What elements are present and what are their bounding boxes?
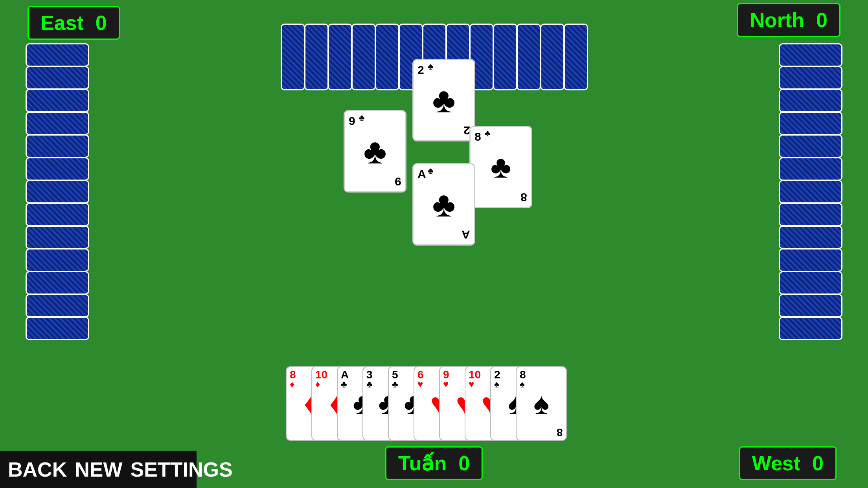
east-card-9 [779, 248, 842, 272]
toolbar: BACK NEW SETTINGS [0, 451, 197, 488]
new-button[interactable]: NEW [75, 458, 122, 481]
back-button[interactable]: BACK [8, 458, 67, 481]
settings-button[interactable]: SETTINGS [131, 458, 233, 481]
center-play-area: 9 ♣ ♣ 9 2 ♣ ♣ 2 8 ♣ ♣ 8 A ♣ ♣ A [336, 79, 532, 275]
east-value: 0 [96, 11, 107, 35]
west-card-8 [26, 226, 89, 249]
west-card-11 [26, 294, 89, 317]
west-card-6 [26, 180, 89, 204]
east-card-8 [779, 226, 842, 249]
played-card-8clubs[interactable]: 8 ♣ ♣ 8 [469, 126, 532, 208]
west-card-1 [26, 66, 89, 90]
west-card-0 [26, 43, 89, 67]
east-score-box: East 0 [28, 6, 120, 40]
east-card-1 [779, 66, 842, 90]
north-card-0 [281, 24, 305, 90]
south-score-box: Tuấn 0 [385, 446, 483, 480]
west-card-9 [26, 248, 89, 272]
south-value: 0 [458, 451, 470, 475]
east-card-12 [779, 317, 842, 340]
east-label: East [40, 11, 84, 35]
west-card-2 [26, 89, 89, 112]
east-card-10 [779, 271, 842, 295]
played-card-2clubs[interactable]: 2 ♣ ♣ 2 [412, 59, 475, 141]
north-score-box: North 0 [737, 3, 840, 37]
west-card-7 [26, 203, 89, 226]
east-hand [779, 43, 842, 339]
north-label: North [750, 8, 804, 32]
east-card-11 [779, 294, 842, 317]
north-card-11 [540, 24, 565, 90]
south-label: Tuấn [398, 451, 447, 475]
east-card-2 [779, 89, 842, 112]
west-value: 0 [812, 451, 824, 475]
east-card-4 [779, 134, 842, 158]
west-card-12 [26, 317, 89, 340]
east-card-5 [779, 157, 842, 181]
west-card-4 [26, 134, 89, 158]
west-card-10 [26, 271, 89, 295]
south-hand: 8 ♦ ♦ 8 10 ♦ ♦ 10 A ♣ ♣ A 3 ♣ ♣ 3 5 ♣ ♣ … [286, 366, 541, 441]
south-card-9[interactable]: 8 ♠ ♠ 8 [516, 366, 567, 441]
played-card-9clubs[interactable]: 9 ♣ ♣ 9 [344, 110, 406, 193]
east-card-7 [779, 203, 842, 226]
west-score-box: West 0 [739, 446, 837, 480]
east-card-3 [779, 112, 842, 135]
north-card-12 [564, 24, 588, 90]
north-card-1 [304, 24, 329, 90]
west-card-3 [26, 112, 89, 135]
west-hand [26, 43, 89, 339]
north-value: 0 [816, 8, 828, 32]
east-card-0 [779, 43, 842, 67]
west-label: West [752, 451, 800, 475]
west-card-5 [26, 157, 89, 181]
east-card-6 [779, 180, 842, 204]
played-card-Aclubs[interactable]: A ♣ ♣ A [412, 163, 475, 246]
